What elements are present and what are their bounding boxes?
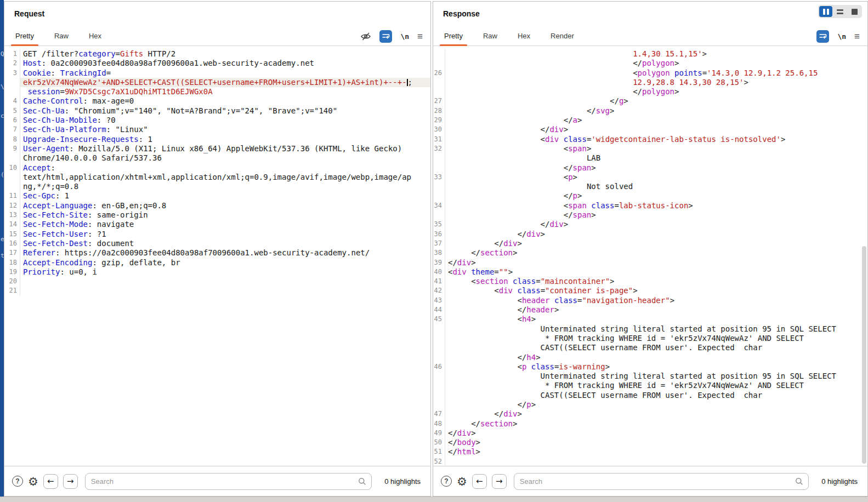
code-line[interactable]: 2Host: 0a2c000903fee04d80a98af7009600a1.… bbox=[4, 59, 430, 68]
code-line[interactable]: Unterminated string literal started at p… bbox=[433, 324, 867, 334]
code-line[interactable]: </p> bbox=[433, 400, 867, 409]
code-line[interactable]: 52 bbox=[433, 457, 867, 466]
code-line[interactable]: 41 <section class="maincontainer"> bbox=[433, 277, 867, 286]
layout-single-view-button[interactable] bbox=[848, 6, 861, 17]
layout-stacked-button[interactable] bbox=[833, 6, 847, 17]
search-prev-button[interactable]: ← bbox=[472, 474, 487, 489]
code-line[interactable]: 47 </div> bbox=[433, 409, 867, 419]
code-line[interactable]: 9User-Agent: Mozilla/5.0 (X11; Linux x86… bbox=[4, 144, 430, 153]
code-line[interactable]: </p> bbox=[433, 191, 867, 201]
search-next-button[interactable]: → bbox=[63, 474, 78, 489]
show-newlines-toggle[interactable]: \n bbox=[837, 32, 846, 41]
code-line[interactable]: 11Sec-Gpc: 1 bbox=[4, 191, 430, 201]
code-line[interactable]: 26 <polygon points='14.3,0 12.9,1.2 25.6… bbox=[433, 69, 867, 78]
code-line[interactable]: session=9Wx7D5Csgc7aX1uDQhiMT1tD6EJWGx0A bbox=[4, 87, 430, 96]
code-line[interactable]: 4Cache-Control: max-age=0 bbox=[4, 96, 430, 106]
code-line[interactable]: 27 </g> bbox=[433, 96, 867, 106]
code-line[interactable]: 20 bbox=[4, 277, 430, 286]
code-line[interactable]: 31 <div class='widgetcontainer-lab-statu… bbox=[433, 135, 867, 144]
help-icon[interactable]: ? bbox=[12, 476, 23, 487]
code-line[interactable]: 49</div> bbox=[433, 429, 867, 438]
tab-render[interactable]: Render bbox=[551, 32, 574, 45]
response-search-input[interactable] bbox=[514, 473, 809, 490]
code-line[interactable]: 32 <span> bbox=[433, 144, 867, 153]
search-prev-button[interactable]: ← bbox=[43, 474, 58, 489]
code-line[interactable]: 38 </section> bbox=[433, 248, 867, 258]
code-line[interactable]: </span> bbox=[433, 163, 867, 173]
editor-menu-icon[interactable]: ≡ bbox=[417, 31, 423, 42]
code-line[interactable]: CAST((SELECT username FROM user'. Expect… bbox=[433, 343, 867, 352]
code-line[interactable]: 8Upgrade-Insecure-Requests: 1 bbox=[4, 135, 430, 144]
code-line[interactable]: 12.9,28.8 14.3,30 28,15'> bbox=[433, 78, 867, 87]
settings-gear-icon[interactable]: ⚙ bbox=[457, 476, 467, 487]
code-line[interactable]: </span> bbox=[433, 210, 867, 220]
code-line[interactable]: 37 </div> bbox=[433, 239, 867, 248]
code-line[interactable]: 21 bbox=[4, 286, 430, 295]
code-line[interactable]: 3Cookie: TrackingId= bbox=[4, 69, 430, 78]
code-line[interactable]: 19Priority: u=0, i bbox=[4, 267, 430, 277]
tab-raw[interactable]: Raw bbox=[54, 32, 69, 45]
vertical-scrollbar-thumb[interactable] bbox=[862, 246, 866, 464]
code-line[interactable]: 13Sec-Fetch-Site: same-origin bbox=[4, 210, 430, 220]
response-editor[interactable]: 1.4,30 15.1,15'> </polygon>26 <polygon p… bbox=[433, 47, 867, 466]
code-line[interactable]: 42 <div class="container is-page"> bbox=[433, 286, 867, 295]
code-line[interactable]: </h4> bbox=[433, 353, 867, 362]
code-line[interactable]: CAST((SELECT username FROM user'. Expect… bbox=[433, 391, 867, 400]
tab-hex[interactable]: Hex bbox=[89, 32, 101, 45]
word-wrap-toggle-button[interactable] bbox=[379, 30, 392, 43]
code-line[interactable]: 43 <header class="navigation-header"> bbox=[433, 296, 867, 305]
code-line[interactable]: 44 </header> bbox=[433, 305, 867, 315]
layout-side-by-side-button[interactable] bbox=[819, 6, 832, 17]
code-line[interactable]: Chrome/140.0.0.0 Safari/537.36 bbox=[4, 153, 430, 163]
code-line[interactable]: 35 </div> bbox=[433, 220, 867, 229]
code-line[interactable]: Not solved bbox=[433, 182, 867, 191]
code-line[interactable]: 10Accept: bbox=[4, 163, 430, 173]
tab-pretty[interactable]: Pretty bbox=[15, 32, 34, 45]
word-wrap-toggle-button[interactable] bbox=[816, 30, 829, 43]
code-line[interactable]: * FROM tracking WHERE id = 'ekr5zVx74NqW… bbox=[433, 381, 867, 390]
code-line[interactable]: 36 </div> bbox=[433, 230, 867, 239]
hide-matches-eye-icon[interactable] bbox=[360, 32, 371, 41]
code-line[interactable]: 16Sec-Fetch-Dest: document bbox=[4, 239, 430, 248]
code-line[interactable]: 14Sec-Fetch-Mode: navigate bbox=[4, 220, 430, 229]
code-line[interactable]: Unterminated string literal started at p… bbox=[433, 372, 867, 381]
code-line[interactable]: 33 <p> bbox=[433, 173, 867, 182]
code-line[interactable]: 1GET /filter?category=Gifts HTTP/2 bbox=[4, 49, 430, 59]
code-line[interactable]: ekr5zVx74NqWewAz'+AND+SELECT+CAST((SELEC… bbox=[4, 78, 430, 87]
code-line[interactable]: * FROM tracking WHERE id = 'ekr5zVx74NqW… bbox=[433, 334, 867, 343]
code-line[interactable]: 50</body> bbox=[433, 438, 867, 447]
code-line[interactable]: text/html,application/xhtml+xml,applicat… bbox=[4, 173, 430, 182]
code-line[interactable]: 29 </a> bbox=[433, 116, 867, 125]
request-editor[interactable]: 1GET /filter?category=Gifts HTTP/22Host:… bbox=[4, 47, 430, 466]
code-line[interactable]: 34 <span class=lab-status-icon> bbox=[433, 201, 867, 210]
help-icon[interactable]: ? bbox=[441, 476, 452, 487]
code-line[interactable]: 46 <p class=is-warning> bbox=[433, 362, 867, 372]
code-line[interactable]: 51</html> bbox=[433, 447, 867, 457]
code-line[interactable]: 15Sec-Fetch-User: ?1 bbox=[4, 230, 430, 239]
code-line[interactable]: </polygon> bbox=[433, 87, 867, 96]
code-line[interactable]: </polygon> bbox=[433, 59, 867, 68]
code-line[interactable]: 40<div theme=""> bbox=[433, 267, 867, 277]
code-line[interactable]: 30 </div> bbox=[433, 125, 867, 134]
code-line[interactable]: 5Sec-Ch-Ua: "Chromium";v="140", "Not=A?B… bbox=[4, 106, 430, 116]
tab-hex[interactable]: Hex bbox=[518, 32, 530, 45]
code-line[interactable]: ng,*/*;q=0.8 bbox=[4, 182, 430, 191]
code-line[interactable]: 39</div> bbox=[433, 258, 867, 267]
tab-pretty[interactable]: Pretty bbox=[444, 32, 463, 45]
code-line[interactable]: 18Accept-Encoding: gzip, deflate, br bbox=[4, 258, 430, 267]
editor-menu-icon[interactable]: ≡ bbox=[854, 31, 860, 42]
code-line[interactable]: 48 </section> bbox=[433, 419, 867, 429]
code-line[interactable]: 17Referer: https://0a2c000903fee04d80a98… bbox=[4, 248, 430, 258]
code-line[interactable]: 12Accept-Language: en-GB,en;q=0.8 bbox=[4, 201, 430, 210]
code-line[interactable]: 28 </svg> bbox=[433, 106, 867, 116]
settings-gear-icon[interactable]: ⚙ bbox=[28, 476, 38, 487]
code-line[interactable]: 1.4,30 15.1,15'> bbox=[433, 49, 867, 59]
code-line[interactable]: LAB bbox=[433, 153, 867, 163]
show-newlines-toggle[interactable]: \n bbox=[400, 32, 409, 41]
code-line[interactable]: 45 <h4> bbox=[433, 315, 867, 324]
request-search-input[interactable] bbox=[85, 473, 372, 490]
code-line[interactable]: 6Sec-Ch-Ua-Mobile: ?0 bbox=[4, 116, 430, 125]
search-next-button[interactable]: → bbox=[492, 474, 507, 489]
tab-raw[interactable]: Raw bbox=[483, 32, 497, 45]
code-line[interactable]: 7Sec-Ch-Ua-Platform: "Linux" bbox=[4, 125, 430, 134]
